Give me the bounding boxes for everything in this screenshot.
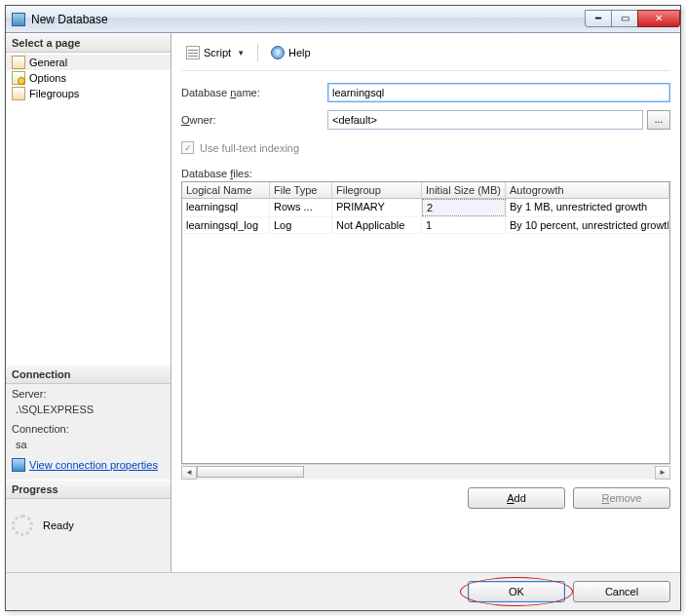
page-item-options[interactable]: Options	[6, 70, 171, 86]
cell-filegroup[interactable]: PRIMARY	[332, 199, 422, 216]
dbname-input[interactable]	[327, 83, 670, 102]
fulltext-checkbox-row: ✓ Use full-text indexing	[181, 137, 670, 168]
scroll-left-arrow[interactable]: ◄	[181, 466, 197, 480]
scroll-track[interactable]	[197, 466, 655, 480]
connection-panel: Server: .\SQLEXPRESS Connection: sa View…	[6, 384, 171, 480]
scroll-right-arrow[interactable]: ►	[655, 466, 670, 480]
progress-header: Progress	[6, 480, 171, 499]
col-logical-name[interactable]: Logical Name	[182, 182, 270, 199]
server-label: Server:	[12, 388, 165, 400]
dialog-button-bar: OK Cancel	[6, 572, 680, 610]
page-item-label: Options	[29, 72, 66, 84]
horizontal-scrollbar[interactable]: ◄ ►	[181, 464, 670, 480]
content-panel: Script ▼ ? Help Database name:	[172, 33, 680, 572]
scroll-thumb[interactable]	[197, 466, 304, 478]
chevron-down-icon: ▼	[237, 49, 245, 58]
titlebar[interactable]: New Database ━ ▭ ✕	[6, 6, 680, 33]
col-file-type[interactable]: File Type	[270, 182, 332, 199]
cell-file-type[interactable]: Rows ...	[270, 199, 332, 216]
page-options-icon	[12, 71, 25, 85]
cell-file-type[interactable]: Log	[270, 217, 332, 233]
script-button[interactable]: Script ▼	[181, 43, 249, 62]
connection-value: sa	[16, 439, 165, 450]
cell-logical-name[interactable]: learningsql	[182, 199, 270, 216]
help-label: Help	[288, 47, 311, 58]
remove-button: Remove	[573, 487, 670, 509]
grid-header: Logical Name File Type Filegroup Initial…	[182, 182, 669, 199]
help-icon: ?	[271, 46, 285, 59]
connection-header: Connection	[6, 365, 171, 384]
sidebar: Select a page General Options Filegroups	[6, 33, 172, 572]
view-connection-properties-link[interactable]: View connection properties	[12, 458, 165, 472]
progress-status: Ready	[43, 520, 74, 531]
link-text: View connection properties	[29, 459, 158, 471]
script-label: Script	[204, 47, 231, 58]
page-filegroups-icon	[12, 87, 25, 100]
owner-label: Owner:	[181, 114, 327, 126]
connection-properties-icon	[12, 458, 25, 472]
cell-autogrowth[interactable]: By 1 MB, unrestricted growth	[506, 199, 669, 216]
ok-button[interactable]: OK	[468, 581, 565, 602]
cell-initial-size[interactable]: 1	[422, 217, 506, 233]
dbname-label: Database name:	[181, 87, 327, 98]
cell-autogrowth[interactable]: By 10 percent, unrestricted growth	[506, 217, 669, 233]
script-icon	[186, 46, 200, 59]
connection-label: Connection:	[12, 423, 165, 435]
table-row[interactable]: learningsql Rows ... PRIMARY 2 By 1 MB, …	[182, 199, 669, 217]
col-initial-size[interactable]: Initial Size (MB)	[422, 182, 506, 199]
minimize-button[interactable]: ━	[585, 10, 612, 27]
window-controls: ━ ▭ ✕	[586, 10, 680, 29]
database-files-label: Database files:	[181, 168, 670, 179]
cancel-button[interactable]: Cancel	[573, 581, 670, 602]
app-icon	[12, 13, 25, 26]
page-general-icon	[12, 56, 25, 69]
page-list: General Options Filegroups	[6, 53, 171, 365]
server-value: .\SQLEXPRESS	[16, 404, 165, 415]
window-title: New Database	[31, 13, 586, 26]
grid-body: learningsql Rows ... PRIMARY 2 By 1 MB, …	[182, 199, 669, 463]
progress-spinner-icon	[12, 515, 33, 536]
page-item-general[interactable]: General	[6, 55, 171, 70]
fulltext-label: Use full-text indexing	[200, 142, 299, 154]
fulltext-checkbox: ✓	[181, 141, 194, 154]
table-row[interactable]: learningsql_log Log Not Applicable 1 By …	[182, 217, 669, 234]
owner-input[interactable]	[327, 110, 643, 130]
help-button[interactable]: ? Help	[266, 43, 316, 62]
new-database-dialog: New Database ━ ▭ ✕ Select a page General…	[5, 5, 681, 611]
toolbar: Script ▼ ? Help	[181, 41, 670, 71]
col-autogrowth[interactable]: Autogrowth	[506, 182, 669, 199]
progress-panel: Ready	[6, 499, 171, 552]
cell-filegroup[interactable]: Not Applicable	[332, 217, 422, 233]
form-area: Database name: Owner: ... ✓ Use full-tex…	[181, 71, 670, 515]
close-button[interactable]: ✕	[637, 10, 680, 27]
col-filegroup[interactable]: Filegroup	[332, 182, 422, 199]
database-files-grid[interactable]: Logical Name File Type Filegroup Initial…	[181, 181, 670, 464]
page-item-label: General	[29, 57, 67, 68]
select-page-header: Select a page	[6, 33, 171, 53]
add-button[interactable]: Add	[468, 487, 565, 509]
cell-initial-size[interactable]: 2	[422, 199, 506, 216]
owner-browse-button[interactable]: ...	[647, 110, 670, 130]
page-item-label: Filegroups	[29, 88, 79, 99]
maximize-button[interactable]: ▭	[611, 10, 638, 27]
page-item-filegroups[interactable]: Filegroups	[6, 86, 171, 101]
cell-logical-name[interactable]: learningsql_log	[182, 217, 270, 233]
toolbar-separator	[257, 44, 258, 61]
